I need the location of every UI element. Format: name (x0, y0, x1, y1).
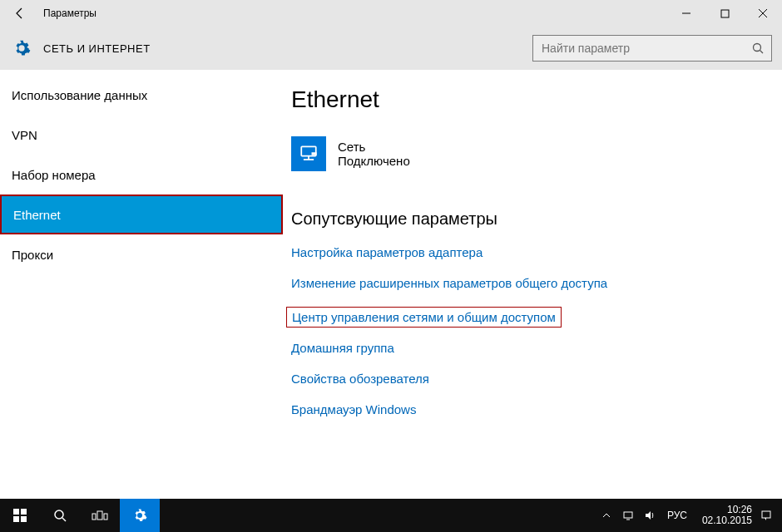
sidebar-item-vpn[interactable]: VPN (0, 115, 283, 155)
start-button[interactable] (0, 499, 40, 532)
link-advanced-sharing[interactable]: Изменение расширенных параметров общего … (291, 276, 607, 290)
svg-rect-11 (21, 516, 27, 522)
svg-line-3 (760, 51, 764, 54)
gear-icon (12, 38, 32, 58)
sidebar-item-label: Ethernet (13, 208, 61, 222)
svg-point-2 (754, 44, 761, 52)
content-pane: Ethernet Сеть Подключено Сопутсвующие па… (283, 70, 782, 499)
tray-language[interactable]: РУС (664, 510, 690, 521)
network-text: Сеть Подключено (338, 140, 410, 168)
search-box[interactable] (532, 35, 772, 62)
settings-window: Параметры СЕТЬ И ИНТЕРНЕТ Использование … (0, 0, 782, 499)
titlebar: Параметры (0, 0, 782, 27)
maximize-button[interactable] (705, 0, 744, 27)
page-title: Ethernet (291, 86, 782, 113)
search-input[interactable] (533, 42, 745, 55)
tray-network-icon[interactable] (621, 510, 636, 521)
ethernet-network-row[interactable]: Сеть Подключено (291, 136, 782, 171)
svg-point-12 (55, 510, 63, 519)
search-icon[interactable] (745, 42, 771, 55)
link-windows-firewall[interactable]: Брандмауэр Windows (291, 402, 416, 416)
sidebar-item-proxy[interactable]: Прокси (0, 234, 283, 274)
sidebar-item-label: Прокси (12, 248, 53, 262)
svg-rect-7 (312, 152, 317, 155)
body: Использование данных VPN Набор номера Et… (0, 70, 782, 499)
tray-chevron-up-icon[interactable] (599, 511, 614, 520)
link-adapter-settings[interactable]: Настройка параметров адаптера (291, 245, 483, 259)
taskbar-app-settings[interactable] (120, 499, 160, 532)
tray-notifications-icon[interactable] (759, 510, 774, 521)
minimize-button[interactable] (667, 0, 705, 27)
tray-date: 02.10.2015 (702, 515, 752, 526)
sidebar-item-ethernet[interactable]: Ethernet (0, 195, 283, 234)
sidebar-item-dialup[interactable]: Набор номера (0, 155, 283, 195)
svg-rect-14 (92, 514, 96, 520)
tray-clock[interactable]: 10:26 02.10.2015 (697, 505, 752, 526)
network-icon (291, 136, 326, 171)
taskbar-search-button[interactable] (40, 499, 80, 532)
svg-rect-9 (21, 509, 27, 515)
svg-rect-10 (13, 516, 19, 522)
sidebar: Использование данных VPN Набор номера Et… (0, 70, 283, 499)
svg-rect-1 (721, 10, 729, 17)
header: СЕТЬ И ИНТЕРНЕТ (0, 27, 782, 70)
task-view-button[interactable] (80, 499, 120, 532)
sidebar-item-data-usage[interactable]: Использование данных (0, 75, 283, 115)
svg-rect-8 (13, 509, 19, 515)
sidebar-item-label: Использование данных (12, 88, 147, 102)
close-button[interactable] (744, 0, 782, 27)
sidebar-item-label: VPN (12, 128, 37, 142)
network-status: Подключено (338, 154, 410, 168)
related-heading: Сопутсвующие параметры (291, 209, 782, 229)
window-title: Параметры (40, 7, 97, 19)
link-internet-options[interactable]: Свойства обозревателя (291, 372, 429, 386)
svg-rect-17 (624, 512, 632, 518)
link-network-sharing-center[interactable]: Центр управления сетями и общим доступом (286, 307, 562, 328)
taskbar: РУС 10:26 02.10.2015 (0, 499, 782, 532)
sidebar-item-label: Набор номера (12, 168, 96, 182)
svg-rect-15 (97, 511, 102, 520)
svg-rect-16 (104, 514, 107, 520)
svg-rect-19 (762, 511, 770, 518)
link-homegroup[interactable]: Домашняя группа (291, 341, 394, 355)
system-tray: РУС 10:26 02.10.2015 (599, 505, 782, 526)
svg-line-13 (62, 518, 66, 521)
back-button[interactable] (0, 0, 40, 27)
section-title: СЕТЬ И ИНТЕРНЕТ (43, 42, 151, 55)
network-name: Сеть (338, 140, 410, 154)
tray-volume-icon[interactable] (642, 510, 657, 521)
